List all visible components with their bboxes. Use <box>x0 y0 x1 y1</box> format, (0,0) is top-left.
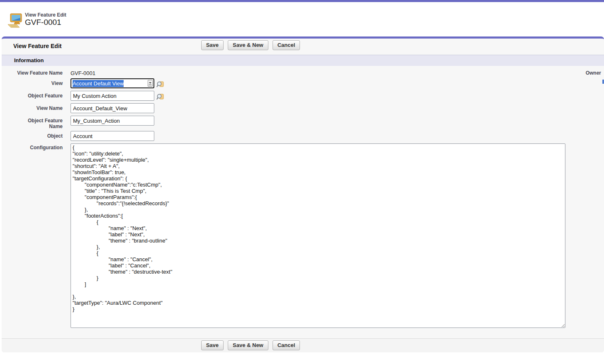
view-feature-name-value: GVF-0001 <box>71 70 95 76</box>
object-feature-lookup-icon[interactable] <box>156 93 164 100</box>
view-label: View <box>16 78 63 86</box>
view-name-label: View Name <box>16 103 63 111</box>
view-lookup-icon[interactable] <box>156 80 164 88</box>
field-row-view-feature-name: View Feature Name GVF-0001 <box>2 70 604 76</box>
object-feature-input[interactable] <box>71 91 154 101</box>
configuration-textarea[interactable]: { "icon": "utility:delete", "recordLevel… <box>71 143 565 328</box>
field-row-view-name: View Name <box>2 103 604 113</box>
autocomplete-dropdown-icon[interactable] <box>148 80 153 87</box>
field-row-view: View Account Default View <box>2 78 604 88</box>
page-header: View Feature Edit GVF-0001 <box>0 2 604 36</box>
configuration-label: Configuration <box>16 143 63 150</box>
edit-form: View Feature Name GVF-0001 View Account … <box>2 66 604 329</box>
save-button[interactable]: Save <box>201 40 224 50</box>
save-and-new-button[interactable]: Save & New <box>228 40 268 50</box>
field-row-object-feature-name: Object Feature Name <box>2 116 604 129</box>
view-feature-name-label: View Feature Name <box>16 70 63 76</box>
bottom-button-bar: SaveSave & NewCancel <box>2 338 604 352</box>
cancel-button-bottom[interactable]: Cancel <box>273 340 300 350</box>
field-row-object: Object <box>2 131 604 141</box>
object-feature-label: Object Feature <box>16 91 63 99</box>
information-section-title: Information <box>14 57 44 63</box>
save-and-new-button-bottom[interactable]: Save & New <box>228 340 268 350</box>
information-section-header: Information <box>2 55 604 66</box>
top-button-bar: SaveSave & NewCancel <box>2 40 499 50</box>
field-row-configuration: Configuration { "icon": "utility:delete"… <box>2 143 604 329</box>
object-input[interactable] <box>71 131 154 141</box>
object-label: Object <box>16 131 63 139</box>
object-feature-name-input[interactable] <box>71 116 154 126</box>
save-button-bottom[interactable]: Save <box>201 340 224 350</box>
cancel-button[interactable]: Cancel <box>273 40 300 50</box>
field-row-object-feature: Object Feature <box>2 91 604 101</box>
view-input[interactable]: Account Default View <box>71 78 154 88</box>
page-type-label: View Feature Edit <box>25 12 66 18</box>
object-feature-name-label: Object Feature Name <box>16 116 63 129</box>
desktop-computer-icon <box>7 13 22 29</box>
view-input-selected-text: Account Default View <box>73 80 124 87</box>
edit-panel: View Feature Edit SaveSave & NewCancel I… <box>2 36 604 352</box>
view-name-input[interactable] <box>71 103 154 113</box>
page-title: GVF-0001 <box>25 18 61 27</box>
